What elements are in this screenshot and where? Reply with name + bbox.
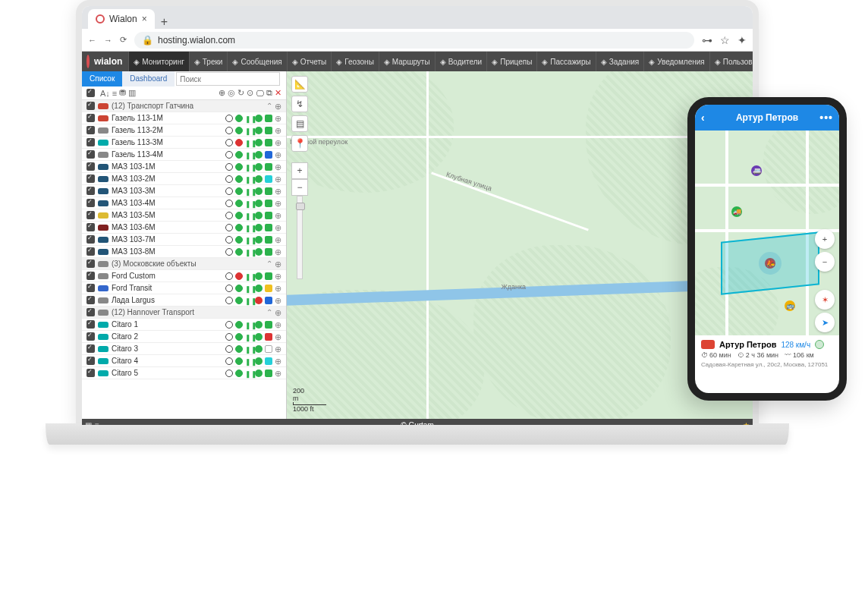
nav-треки[interactable]: ◈Треки bbox=[189, 52, 228, 71]
locate-icon[interactable] bbox=[225, 333, 233, 341]
reload-icon[interactable]: ⟳ bbox=[120, 35, 127, 45]
checkbox[interactable] bbox=[86, 284, 95, 292]
more-icon[interactable]: ••• bbox=[819, 112, 833, 124]
vehicle-marker[interactable]: 🚐 bbox=[751, 165, 762, 176]
star-icon[interactable]: ☆ bbox=[720, 34, 730, 46]
group-row[interactable]: (3) Московские объекты⌃⊕ bbox=[82, 258, 286, 270]
locate-icon[interactable] bbox=[225, 175, 233, 183]
checkbox[interactable] bbox=[86, 187, 95, 195]
expand-icon[interactable]: ⊕ bbox=[275, 187, 281, 195]
copy-icon[interactable]: ⧉ bbox=[266, 88, 272, 98]
nav-уведомления[interactable]: ◈Уведомления bbox=[643, 52, 709, 71]
locate-icon[interactable] bbox=[225, 115, 233, 122]
close-icon[interactable]: × bbox=[142, 14, 147, 24]
locate-icon[interactable] bbox=[225, 127, 233, 134]
unit-row[interactable]: Газель 113-3М⊕ bbox=[82, 137, 286, 149]
nav-геозоны[interactable]: ◈Геозоны bbox=[331, 52, 379, 71]
expand-icon[interactable]: ⊕ bbox=[275, 236, 281, 244]
unit-row[interactable]: МАЗ 103-7М⊕ bbox=[82, 234, 286, 246]
expand-icon[interactable]: ⊕ bbox=[275, 309, 281, 316]
locate-icon[interactable] bbox=[225, 370, 233, 377]
expand-icon[interactable]: ⊕ bbox=[275, 163, 281, 171]
expand-icon[interactable]: ⊕ bbox=[275, 200, 281, 207]
select-all-checkbox[interactable] bbox=[86, 89, 95, 97]
locate-icon[interactable] bbox=[225, 345, 233, 353]
expand-icon[interactable]: ⊕ bbox=[275, 321, 281, 329]
checkbox[interactable] bbox=[86, 296, 95, 304]
expand-icon[interactable]: ⊕ bbox=[275, 139, 281, 146]
group-row[interactable]: (12) Hannover Transport⌃⊕ bbox=[82, 307, 286, 319]
zoom-out-button[interactable]: − bbox=[815, 252, 835, 272]
sort-az-icon[interactable]: A↓ bbox=[100, 89, 110, 98]
nav-задания[interactable]: ◈Задания bbox=[596, 52, 644, 71]
key-icon[interactable]: ⊶ bbox=[702, 34, 712, 46]
locate-icon[interactable] bbox=[225, 187, 233, 195]
unit-row[interactable]: Citaro 3⊕ bbox=[82, 343, 286, 355]
add-icon[interactable]: ⊕ bbox=[219, 88, 225, 98]
delete-icon[interactable]: ✕ bbox=[275, 88, 281, 98]
monitor-icon[interactable]: 🖵 bbox=[256, 89, 264, 98]
tool-layers-icon[interactable]: ▤ bbox=[291, 115, 308, 132]
checkbox[interactable] bbox=[86, 223, 95, 231]
nav-прицепы[interactable]: ◈Прицепы bbox=[486, 52, 536, 71]
checkbox[interactable] bbox=[86, 308, 95, 316]
unit-row[interactable]: Газель 113-1М⊕ bbox=[82, 112, 286, 124]
checkbox[interactable] bbox=[86, 320, 95, 329]
locate-icon[interactable] bbox=[225, 151, 233, 159]
expand-icon[interactable]: ⊕ bbox=[275, 370, 281, 377]
unit-row[interactable]: МАЗ 103-6М⊕ bbox=[82, 222, 286, 234]
expand-icon[interactable]: ⊕ bbox=[275, 212, 281, 219]
checkbox[interactable] bbox=[86, 114, 95, 122]
browser-tab[interactable]: Wialon × bbox=[88, 9, 155, 29]
locate-icon[interactable] bbox=[225, 139, 233, 146]
sort-icon[interactable]: ≡ bbox=[112, 89, 117, 98]
tool-marker-icon[interactable]: 📍 bbox=[291, 135, 308, 152]
search-input[interactable] bbox=[176, 72, 280, 86]
vehicle-marker[interactable]: 🚌 bbox=[785, 300, 795, 311]
footer-list-icon[interactable]: ≡ bbox=[95, 421, 99, 426]
expand-icon[interactable]: ⊕ bbox=[275, 102, 281, 110]
nav-сообщения[interactable]: ◈Сообщения bbox=[227, 52, 286, 71]
locate-icon[interactable] bbox=[225, 236, 233, 244]
expand-icon[interactable]: ⊕ bbox=[275, 357, 281, 365]
locate-icon[interactable] bbox=[225, 297, 233, 304]
locate-icon[interactable] bbox=[225, 200, 233, 207]
address-bar[interactable]: 🔒 hosting.wialon.com bbox=[134, 32, 694, 49]
expand-icon[interactable]: ⊕ bbox=[275, 297, 281, 304]
locate-icon[interactable] bbox=[225, 357, 233, 365]
expand-icon[interactable]: ⊕ bbox=[275, 127, 281, 134]
checkbox[interactable] bbox=[86, 199, 95, 207]
footer-star-icon[interactable]: ★ bbox=[743, 421, 750, 426]
checkbox[interactable] bbox=[86, 259, 95, 268]
checkbox[interactable] bbox=[86, 162, 95, 171]
center-icon[interactable]: ⊙ bbox=[247, 88, 253, 98]
expand-icon[interactable]: ⊕ bbox=[275, 272, 281, 280]
checkbox[interactable] bbox=[86, 175, 95, 183]
zoom-in-button[interactable]: + bbox=[815, 229, 835, 249]
expand-icon[interactable]: ⊕ bbox=[275, 175, 281, 183]
chevron-up-icon[interactable]: ⌃ bbox=[266, 102, 272, 110]
expand-icon[interactable]: ⊕ bbox=[275, 285, 281, 292]
tab-list[interactable]: Список bbox=[82, 71, 122, 86]
unit-row[interactable]: Citaro 2⊕ bbox=[82, 331, 286, 343]
extension-icon[interactable]: ✦ bbox=[737, 34, 747, 46]
filter-icon[interactable]: ⛃ bbox=[119, 88, 126, 98]
unit-row[interactable]: Лада Largus⊕ bbox=[82, 294, 286, 307]
locate-icon[interactable] bbox=[225, 285, 233, 292]
locate-icon[interactable] bbox=[225, 272, 233, 280]
nav-водители[interactable]: ◈Водители bbox=[435, 52, 487, 71]
unit-row[interactable]: МАЗ 103-1М⊕ bbox=[82, 161, 286, 173]
unit-row[interactable]: Ford Transit⊕ bbox=[82, 282, 286, 294]
checkbox[interactable] bbox=[86, 332, 95, 341]
locate-icon[interactable] bbox=[225, 163, 233, 171]
zoom-in-button[interactable]: + bbox=[291, 162, 308, 179]
zoom-out-button[interactable]: − bbox=[291, 179, 308, 196]
expand-icon[interactable]: ⊕ bbox=[275, 115, 281, 122]
compass-icon[interactable]: ✶ bbox=[815, 290, 835, 310]
locate-icon[interactable] bbox=[225, 321, 233, 329]
back-icon[interactable]: ‹ bbox=[701, 112, 705, 124]
checkbox[interactable] bbox=[86, 235, 95, 244]
zoom-slider[interactable] bbox=[297, 196, 303, 279]
locate-icon[interactable] bbox=[225, 212, 233, 219]
unit-row[interactable]: Citaro 1⊕ bbox=[82, 319, 286, 331]
